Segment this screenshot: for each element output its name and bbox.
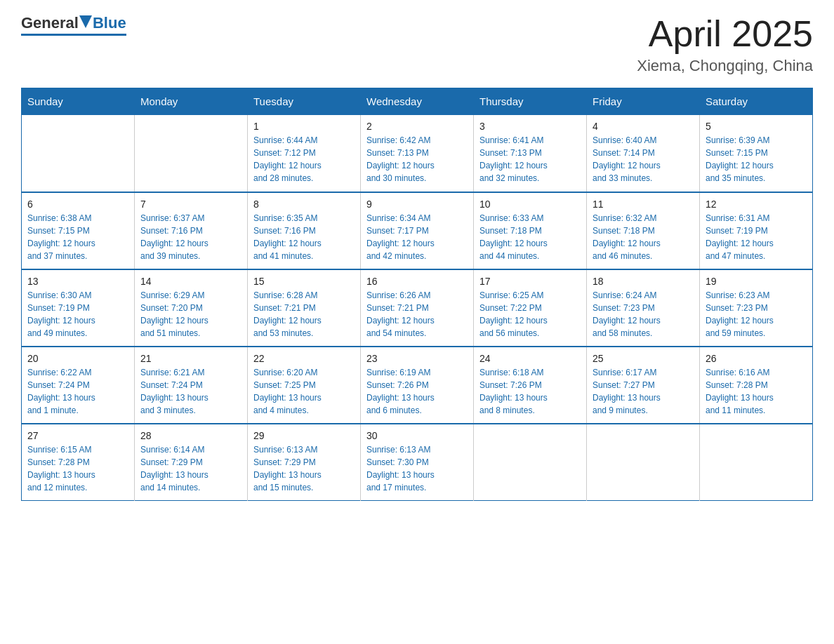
calendar-week-row: 1Sunrise: 6:44 AMSunset: 7:12 PMDaylight…: [22, 115, 813, 192]
day-info: Sunrise: 6:23 AMSunset: 7:23 PMDaylight:…: [706, 289, 807, 340]
calendar-cell: 15Sunrise: 6:28 AMSunset: 7:21 PMDayligh…: [248, 269, 361, 347]
calendar-cell: 1Sunrise: 6:44 AMSunset: 7:12 PMDaylight…: [248, 115, 361, 192]
day-number: 30: [366, 430, 468, 441]
day-number: 29: [253, 430, 355, 441]
title-block: April 2025 Xiema, Chongqing, China: [637, 14, 813, 75]
logo-underline: [21, 34, 126, 36]
day-info: Sunrise: 6:25 AMSunset: 7:22 PMDaylight:…: [479, 289, 581, 340]
calendar-cell: [587, 424, 700, 501]
day-number: 2: [366, 121, 468, 132]
day-number: 3: [479, 121, 581, 132]
day-info: Sunrise: 6:19 AMSunset: 7:26 PMDaylight:…: [366, 366, 468, 417]
day-info: Sunrise: 6:40 AMSunset: 7:14 PMDaylight:…: [593, 134, 694, 185]
calendar-cell: 22Sunrise: 6:20 AMSunset: 7:25 PMDayligh…: [248, 347, 361, 424]
day-number: 21: [140, 353, 241, 364]
day-number: 8: [253, 199, 355, 210]
calendar-cell: 12Sunrise: 6:31 AMSunset: 7:19 PMDayligh…: [700, 192, 813, 269]
day-info: Sunrise: 6:16 AMSunset: 7:28 PMDaylight:…: [706, 366, 807, 417]
day-info: Sunrise: 6:22 AMSunset: 7:24 PMDaylight:…: [27, 366, 128, 417]
calendar-cell: 13Sunrise: 6:30 AMSunset: 7:19 PMDayligh…: [22, 269, 135, 347]
day-info: Sunrise: 6:34 AMSunset: 7:17 PMDaylight:…: [366, 212, 468, 262]
logo: General Blue: [21, 14, 126, 36]
day-info: Sunrise: 6:26 AMSunset: 7:21 PMDaylight:…: [366, 289, 468, 340]
day-number: 9: [366, 199, 468, 210]
calendar-cell: 16Sunrise: 6:26 AMSunset: 7:21 PMDayligh…: [361, 269, 474, 347]
svg-marker-0: [79, 15, 92, 28]
calendar-header-row: SundayMondayTuesdayWednesdayThursdayFrid…: [22, 88, 813, 115]
calendar-cell: 24Sunrise: 6:18 AMSunset: 7:26 PMDayligh…: [474, 347, 587, 424]
day-info: Sunrise: 6:44 AMSunset: 7:12 PMDaylight:…: [253, 134, 355, 185]
calendar-cell: 5Sunrise: 6:39 AMSunset: 7:15 PMDaylight…: [700, 115, 813, 192]
calendar-week-row: 6Sunrise: 6:38 AMSunset: 7:15 PMDaylight…: [22, 192, 813, 269]
calendar-cell: [700, 424, 813, 501]
logo-triangle-icon: [79, 14, 92, 32]
day-info: Sunrise: 6:13 AMSunset: 7:30 PMDaylight:…: [366, 443, 468, 494]
day-number: 14: [140, 276, 241, 287]
calendar-cell: [474, 424, 587, 501]
calendar-cell: 27Sunrise: 6:15 AMSunset: 7:28 PMDayligh…: [22, 424, 135, 501]
day-number: 17: [479, 276, 581, 287]
day-number: 16: [366, 276, 468, 287]
day-number: 20: [27, 353, 128, 364]
calendar-cell: 2Sunrise: 6:42 AMSunset: 7:13 PMDaylight…: [361, 115, 474, 192]
calendar-cell: 3Sunrise: 6:41 AMSunset: 7:13 PMDaylight…: [474, 115, 587, 192]
day-info: Sunrise: 6:35 AMSunset: 7:16 PMDaylight:…: [253, 212, 355, 262]
day-info: Sunrise: 6:38 AMSunset: 7:15 PMDaylight:…: [27, 212, 128, 262]
logo-general-text: General: [21, 14, 79, 32]
calendar-cell: 14Sunrise: 6:29 AMSunset: 7:20 PMDayligh…: [135, 269, 248, 347]
day-info: Sunrise: 6:29 AMSunset: 7:20 PMDaylight:…: [140, 289, 241, 340]
day-number: 27: [27, 430, 128, 441]
day-info: Sunrise: 6:31 AMSunset: 7:19 PMDaylight:…: [706, 212, 807, 262]
day-info: Sunrise: 6:18 AMSunset: 7:26 PMDaylight:…: [479, 366, 581, 417]
calendar-cell: 4Sunrise: 6:40 AMSunset: 7:14 PMDaylight…: [587, 115, 700, 192]
calendar-cell: 26Sunrise: 6:16 AMSunset: 7:28 PMDayligh…: [700, 347, 813, 424]
header-cell-monday: Monday: [135, 88, 248, 115]
day-info: Sunrise: 6:17 AMSunset: 7:27 PMDaylight:…: [593, 366, 694, 417]
day-info: Sunrise: 6:41 AMSunset: 7:13 PMDaylight:…: [479, 134, 581, 185]
calendar-cell: 6Sunrise: 6:38 AMSunset: 7:15 PMDaylight…: [22, 192, 135, 269]
calendar-cell: 8Sunrise: 6:35 AMSunset: 7:16 PMDaylight…: [248, 192, 361, 269]
day-number: 23: [366, 353, 468, 364]
day-info: Sunrise: 6:42 AMSunset: 7:13 PMDaylight:…: [366, 134, 468, 185]
day-number: 15: [253, 276, 355, 287]
day-info: Sunrise: 6:39 AMSunset: 7:15 PMDaylight:…: [706, 134, 807, 185]
day-number: 1: [253, 121, 355, 132]
day-number: 10: [479, 199, 581, 210]
day-number: 19: [706, 276, 807, 287]
day-number: 24: [479, 353, 581, 364]
header-cell-friday: Friday: [587, 88, 700, 115]
day-info: Sunrise: 6:37 AMSunset: 7:16 PMDaylight:…: [140, 212, 241, 262]
day-info: Sunrise: 6:33 AMSunset: 7:18 PMDaylight:…: [479, 212, 581, 262]
calendar-cell: 7Sunrise: 6:37 AMSunset: 7:16 PMDaylight…: [135, 192, 248, 269]
page-subtitle: Xiema, Chongqing, China: [637, 57, 813, 75]
calendar-cell: [135, 115, 248, 192]
calendar-cell: 10Sunrise: 6:33 AMSunset: 7:18 PMDayligh…: [474, 192, 587, 269]
day-number: 25: [593, 353, 694, 364]
day-number: 26: [706, 353, 807, 364]
calendar-table: SundayMondayTuesdayWednesdayThursdayFrid…: [21, 88, 813, 501]
calendar-cell: 30Sunrise: 6:13 AMSunset: 7:30 PMDayligh…: [361, 424, 474, 501]
day-info: Sunrise: 6:14 AMSunset: 7:29 PMDaylight:…: [140, 443, 241, 494]
calendar-cell: 17Sunrise: 6:25 AMSunset: 7:22 PMDayligh…: [474, 269, 587, 347]
calendar-cell: 23Sunrise: 6:19 AMSunset: 7:26 PMDayligh…: [361, 347, 474, 424]
calendar-cell: [22, 115, 135, 192]
day-info: Sunrise: 6:24 AMSunset: 7:23 PMDaylight:…: [593, 289, 694, 340]
calendar-cell: 9Sunrise: 6:34 AMSunset: 7:17 PMDaylight…: [361, 192, 474, 269]
day-number: 11: [593, 199, 694, 210]
day-info: Sunrise: 6:20 AMSunset: 7:25 PMDaylight:…: [253, 366, 355, 417]
day-info: Sunrise: 6:28 AMSunset: 7:21 PMDaylight:…: [253, 289, 355, 340]
day-info: Sunrise: 6:15 AMSunset: 7:28 PMDaylight:…: [27, 443, 128, 494]
calendar-week-row: 27Sunrise: 6:15 AMSunset: 7:28 PMDayligh…: [22, 424, 813, 501]
header-cell-wednesday: Wednesday: [361, 88, 474, 115]
day-number: 4: [593, 121, 694, 132]
calendar-week-row: 20Sunrise: 6:22 AMSunset: 7:24 PMDayligh…: [22, 347, 813, 424]
calendar-cell: 19Sunrise: 6:23 AMSunset: 7:23 PMDayligh…: [700, 269, 813, 347]
day-number: 18: [593, 276, 694, 287]
day-number: 12: [706, 199, 807, 210]
calendar-cell: 11Sunrise: 6:32 AMSunset: 7:18 PMDayligh…: [587, 192, 700, 269]
calendar-cell: 21Sunrise: 6:21 AMSunset: 7:24 PMDayligh…: [135, 347, 248, 424]
page-header: General Blue April 2025 Xiema, Chongqing…: [21, 14, 813, 75]
calendar-cell: 18Sunrise: 6:24 AMSunset: 7:23 PMDayligh…: [587, 269, 700, 347]
day-number: 6: [27, 199, 128, 210]
day-number: 7: [140, 199, 241, 210]
